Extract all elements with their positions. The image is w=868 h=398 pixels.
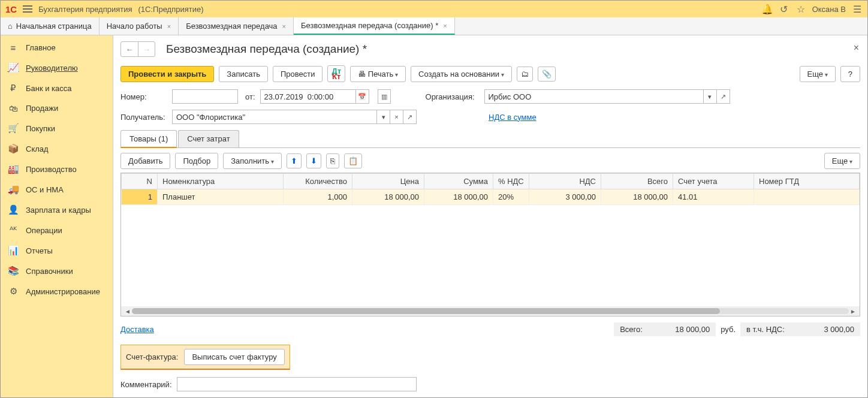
fill-button[interactable]: Заполнить — [223, 153, 282, 169]
org-input[interactable] — [484, 89, 704, 104]
col-vat[interactable]: НДС — [529, 174, 601, 189]
sidebar-item[interactable]: 📈Руководителю — [1, 58, 113, 78]
tab-goods[interactable]: Товары (1) — [120, 130, 177, 148]
goods-table: N Номенклатура Количество Цена Сумма % Н… — [120, 173, 860, 316]
create-invoice-button[interactable]: Выписать счет фактуру — [184, 349, 284, 365]
sidebar-icon: 🚚 — [8, 184, 19, 195]
move-up-button[interactable]: ⬆ — [287, 153, 302, 168]
select-button[interactable]: Подбор — [175, 153, 218, 169]
app-mode: (1С:Предприятие) — [138, 5, 204, 14]
main-toolbar: Провести и закрыть Записать Провести ДтК… — [120, 65, 860, 82]
total-box: Всего: 18 000,00 — [614, 322, 716, 336]
table-row[interactable]: 1Планшет1,00018 000,0018 000,0020%3 000,… — [122, 189, 860, 205]
sidebar-icon: 🛒 — [8, 123, 19, 134]
number-label: Номер: — [120, 92, 167, 101]
comment-input[interactable] — [177, 377, 417, 391]
table-more-button[interactable]: Еще — [824, 153, 860, 169]
sidebar-icon: ₽ — [8, 83, 19, 94]
add-row-button[interactable]: Добавить — [120, 153, 170, 169]
star-icon[interactable]: ☆ — [795, 4, 806, 14]
sidebar-icon: ᴬᴷ — [8, 225, 19, 236]
nav-back-button[interactable]: ← — [121, 42, 138, 56]
col-gtd[interactable]: Номер ГТД — [754, 174, 860, 189]
save-button[interactable]: Записать — [219, 66, 268, 82]
tab-costs[interactable]: Счет затрат — [178, 130, 239, 147]
incl-vat-value: 3 000,00 — [789, 325, 854, 334]
nav-forward-button[interactable]: → — [138, 42, 155, 56]
calendar-icon[interactable]: 📅 — [356, 89, 369, 104]
recipient-input[interactable] — [172, 110, 377, 124]
sidebar-item[interactable]: ᴬᴷОперации — [1, 220, 113, 240]
sidebar-item[interactable]: 🛍Продажи — [1, 98, 113, 118]
sidebar-icon: 📈 — [8, 62, 19, 73]
print-button[interactable]: 🖶 Печать — [350, 66, 406, 82]
table-scrollbar[interactable]: ◄ ► — [121, 306, 860, 316]
col-vatp[interactable]: % НДС — [493, 174, 529, 189]
copy-button[interactable]: ⎘ — [326, 153, 339, 168]
close-icon[interactable]: × — [854, 43, 859, 53]
recipient-dropdown-icon[interactable]: ▾ — [377, 110, 390, 124]
tab[interactable]: Безвозмездная передача× — [179, 17, 294, 35]
org-open-icon[interactable]: ↗ — [717, 89, 730, 104]
help-button[interactable]: ? — [840, 66, 860, 82]
col-acct[interactable]: Счет учета — [673, 174, 754, 189]
sidebar-icon: 🏭 — [8, 164, 19, 174]
sidebar-item[interactable]: 🚚ОС и НМА — [1, 179, 113, 200]
home-icon: ⌂ — [8, 22, 13, 31]
delivery-link[interactable]: Доставка — [120, 325, 154, 334]
home-tab[interactable]: ⌂Начальная страница — [1, 17, 100, 35]
rub-label: руб. — [721, 325, 736, 334]
tab[interactable]: Безвозмездная передача (создание) *× — [294, 17, 455, 35]
sidebar-item[interactable]: ⚙Администрирование — [1, 281, 113, 301]
vat-mode-link[interactable]: НДС в сумме — [489, 113, 537, 122]
bell-icon[interactable]: 🔔 — [762, 4, 773, 14]
col-nomen[interactable]: Номенклатура — [158, 174, 284, 189]
col-total[interactable]: Всего — [601, 174, 673, 189]
sidebar-item[interactable]: 🏭Производство — [1, 159, 113, 179]
date-input[interactable] — [260, 89, 356, 104]
sidebar-item[interactable]: 👤Зарплата и кадры — [1, 200, 113, 220]
move-down-button[interactable]: ⬇ — [306, 153, 321, 168]
tab-close-icon[interactable]: × — [282, 23, 286, 30]
sidebar-item[interactable]: 📦Склад — [1, 138, 113, 159]
org-dropdown-icon[interactable]: ▾ — [704, 89, 717, 104]
number-input[interactable] — [172, 89, 238, 104]
sidebar: ≡Главное📈Руководителю₽Банк и касса🛍Прода… — [1, 35, 113, 397]
tab[interactable]: Начало работы× — [100, 17, 179, 35]
user-name[interactable]: Оксана В — [812, 5, 846, 14]
history-icon[interactable]: ↺ — [779, 4, 789, 14]
post-button[interactable]: Провести — [273, 66, 323, 82]
col-sum[interactable]: Сумма — [424, 174, 493, 189]
settings-icon[interactable]: ☰ — [852, 4, 863, 14]
col-n[interactable]: N — [122, 174, 158, 189]
scroll-right-icon[interactable]: ► — [849, 308, 857, 315]
total-value: 18 000,00 — [647, 325, 710, 334]
sidebar-item[interactable]: 🛒Покупки — [1, 118, 113, 138]
logo-1c: 1C — [5, 4, 17, 14]
scroll-left-icon[interactable]: ◄ — [123, 308, 132, 315]
sidebar-item[interactable]: ≡Главное — [1, 38, 113, 58]
recipient-label: Получатель: — [120, 113, 167, 122]
page-title: Безвозмездная передача (создание) * — [166, 43, 367, 56]
sidebar-item[interactable]: 📚Справочники — [1, 261, 113, 281]
sidebar-icon: 👤 — [8, 204, 19, 215]
tabbar: ⌂Начальная страницаНачало работы×Безвозм… — [1, 17, 867, 35]
tab-close-icon[interactable]: × — [443, 22, 447, 29]
sidebar-item[interactable]: 📊Отчеты — [1, 240, 113, 261]
tab-close-icon[interactable]: × — [167, 23, 171, 30]
attach-button[interactable]: 📎 — [538, 67, 556, 82]
hamburger-icon[interactable] — [23, 5, 32, 13]
org-label: Организация: — [426, 92, 480, 101]
col-qty[interactable]: Количество — [284, 174, 352, 189]
col-price[interactable]: Цена — [352, 174, 424, 189]
post-and-close-button[interactable]: Провести и закрыть — [120, 66, 214, 82]
dtkt-button[interactable]: ДтКт — [327, 65, 345, 82]
doc-props-button[interactable]: ▥ — [378, 89, 391, 104]
create-based-button[interactable]: Создать на основании — [411, 66, 512, 82]
sidebar-item[interactable]: ₽Банк и касса — [1, 78, 113, 98]
more-button[interactable]: Еще — [800, 66, 836, 82]
paste-button[interactable]: 📋 — [344, 153, 362, 168]
recipient-clear-icon[interactable]: × — [390, 110, 403, 124]
recipient-open-icon[interactable]: ↗ — [403, 110, 417, 124]
structure-button[interactable]: 🗂 — [517, 67, 533, 82]
